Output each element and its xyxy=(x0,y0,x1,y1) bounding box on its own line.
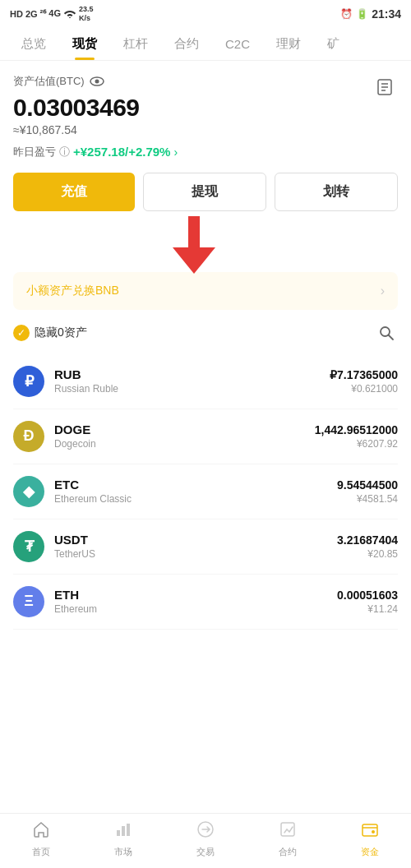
tab-earn[interactable]: 理财 xyxy=(263,28,314,60)
asset-label: 资产估值(BTC) xyxy=(13,74,140,89)
hide-zero-label: 隐藏0资产 xyxy=(35,326,87,340)
hide-zero-toggle[interactable]: ✓ 隐藏0资产 xyxy=(13,325,87,341)
status-4g: ²⁶ 4G xyxy=(40,8,61,19)
eth-icon: Ξ xyxy=(13,586,44,617)
doge-symbol: DOGE xyxy=(54,422,315,436)
nav-trade[interactable]: 交易 xyxy=(164,820,247,858)
status-network: HD xyxy=(10,9,23,19)
etc-values: 9.54544500 ¥4581.54 xyxy=(337,478,398,505)
pnl-arrow-icon: › xyxy=(173,145,178,159)
pnl-info-icon: ⓘ xyxy=(59,145,70,159)
svg-rect-8 xyxy=(117,830,120,836)
svg-line-7 xyxy=(389,335,394,339)
tab-overview[interactable]: 总览 xyxy=(8,28,59,60)
bottom-nav: 首页 市场 交易 合约 资金 xyxy=(0,813,411,868)
eth-info: ETH Ethereum xyxy=(54,588,337,615)
doge-icon: Ð xyxy=(13,421,44,452)
tab-mining[interactable]: 矿 xyxy=(314,28,353,60)
nav-trade-label: 交易 xyxy=(196,846,215,858)
usdt-symbol: USDT xyxy=(54,533,337,547)
rub-cny: ¥0.621000 xyxy=(330,383,398,395)
small-assets-banner[interactable]: 小额资产兑换BNB › xyxy=(13,272,398,310)
svg-rect-10 xyxy=(127,824,130,836)
nav-home-label: 首页 xyxy=(32,846,50,858)
usdt-cny: ¥20.85 xyxy=(337,548,398,560)
alarm-icon: ⏰ xyxy=(340,8,353,20)
status-speed: 23.5K/s xyxy=(79,5,94,23)
tab-futures[interactable]: 合约 xyxy=(161,28,212,60)
status-signal: 2G xyxy=(25,9,38,19)
asset-btc-value: 0.03003469 xyxy=(13,94,140,122)
pnl-label: 昨日盈亏 xyxy=(13,145,56,159)
svg-point-1 xyxy=(95,79,99,83)
eth-amount: 0.00051603 xyxy=(337,589,398,602)
asset-header-row: 资产估值(BTC) 0.03003469 ≈¥10,867.54 xyxy=(13,74,398,136)
svg-rect-13 xyxy=(363,824,377,836)
status-left: HD 2G ²⁶ 4G 23.5K/s xyxy=(10,5,94,23)
usdt-amount: 3.21687404 xyxy=(337,533,398,547)
small-assets-text: 小额资产兑换BNB xyxy=(26,284,119,298)
checkmark-icon: ✓ xyxy=(13,325,30,341)
history-icon[interactable] xyxy=(372,74,398,100)
rub-info: RUB Russian Ruble xyxy=(54,367,330,395)
list-item[interactable]: ₮ USDT TetherUS 3.21687404 ¥20.85 xyxy=(13,519,398,575)
eth-name: Ethereum xyxy=(54,603,337,615)
battery-icon: 🔋 xyxy=(356,8,368,20)
list-item[interactable]: Ð DOGE Dogecoin 1,442.96512000 ¥6207.92 xyxy=(13,409,398,464)
etc-cny: ¥4581.54 xyxy=(337,493,398,505)
etc-icon: ◆ xyxy=(13,476,44,507)
doge-name: Dogecoin xyxy=(54,438,315,450)
main-content: 资产估值(BTC) 0.03003469 ≈¥10,867.54 昨日盈亏 ⓘ … xyxy=(0,61,411,630)
status-right: ⏰ 🔋 21:34 xyxy=(340,7,401,21)
funds-icon xyxy=(361,820,379,843)
deposit-button[interactable]: 充值 xyxy=(13,173,135,211)
etc-amount: 9.54544500 xyxy=(337,478,398,492)
usdt-info: USDT TetherUS xyxy=(54,533,337,560)
list-item[interactable]: ◆ ETC Ethereum Classic 9.54544500 ¥4581.… xyxy=(13,464,398,519)
nav-home[interactable]: 首页 xyxy=(0,820,82,858)
withdraw-button[interactable]: 提现 xyxy=(143,173,266,211)
action-buttons: 充值 提现 划转 xyxy=(13,173,398,211)
tab-margin[interactable]: 杠杆 xyxy=(110,28,161,60)
filter-row: ✓ 隐藏0资产 xyxy=(13,321,398,344)
trade-icon xyxy=(196,820,215,843)
rub-symbol: RUB xyxy=(54,367,330,381)
rub-name: Russian Ruble xyxy=(54,383,330,395)
svg-rect-9 xyxy=(122,826,125,836)
nav-futures[interactable]: 合约 xyxy=(247,820,329,858)
doge-amount: 1,442.96512000 xyxy=(315,423,398,436)
usdt-icon: ₮ xyxy=(13,531,44,562)
crypto-list: ₽ RUB Russian Ruble ₽7.17365000 ¥0.62100… xyxy=(13,354,398,630)
list-item[interactable]: ₽ RUB Russian Ruble ₽7.17365000 ¥0.62100… xyxy=(13,354,398,409)
home-icon xyxy=(32,820,50,843)
nav-funds[interactable]: 资金 xyxy=(329,820,411,858)
etc-name: Ethereum Classic xyxy=(54,493,337,505)
tab-c2c[interactable]: C2C xyxy=(212,29,263,59)
rub-icon: ₽ xyxy=(13,366,44,397)
nav-tabs: 总览 现货 杠杆 合约 C2C 理财 矿 xyxy=(0,28,411,61)
pnl-value: +¥257.18/+2.79% xyxy=(73,145,170,159)
nav-market-label: 市场 xyxy=(114,846,132,858)
asset-cny-value: ≈¥10,867.54 xyxy=(13,123,140,136)
wifi-icon xyxy=(63,8,76,20)
search-button[interactable] xyxy=(375,321,398,344)
doge-values: 1,442.96512000 ¥6207.92 xyxy=(315,423,398,450)
usdt-values: 3.21687404 ¥20.85 xyxy=(337,533,398,560)
list-item[interactable]: Ξ ETH Ethereum 0.00051603 ¥11.24 xyxy=(13,575,398,630)
etc-symbol: ETC xyxy=(54,478,337,492)
nav-market[interactable]: 市场 xyxy=(82,820,164,858)
etc-info: ETC Ethereum Classic xyxy=(54,478,337,505)
doge-info: DOGE Dogecoin xyxy=(54,422,315,450)
svg-point-14 xyxy=(372,830,375,833)
tab-spot[interactable]: 现货 xyxy=(59,28,110,60)
eth-cny: ¥11.24 xyxy=(337,603,398,615)
rub-values: ₽7.17365000 ¥0.621000 xyxy=(330,368,398,395)
arrow-annotation xyxy=(13,216,398,265)
transfer-button[interactable]: 划转 xyxy=(275,173,398,211)
market-icon xyxy=(114,820,132,843)
asset-label-text: 资产估值(BTC) xyxy=(13,74,85,89)
nav-futures-label: 合约 xyxy=(279,846,297,858)
status-bar: HD 2G ²⁶ 4G 23.5K/s ⏰ 🔋 21:34 xyxy=(0,0,411,28)
eye-icon[interactable] xyxy=(90,74,104,89)
pnl-row: 昨日盈亏 ⓘ +¥257.18/+2.79% › xyxy=(13,145,398,159)
